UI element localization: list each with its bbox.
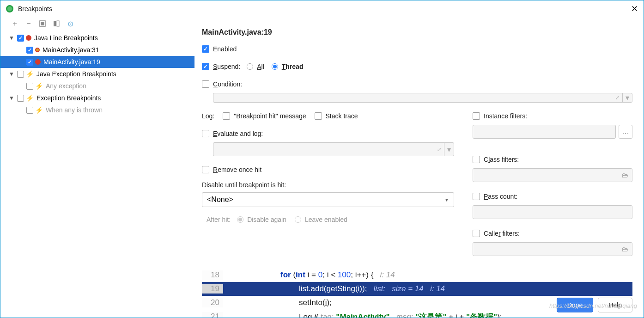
group-icon-3[interactable]: ⊙	[66, 19, 74, 28]
close-icon[interactable]: ✕	[631, 4, 638, 14]
eval-log-label: Evaluate and log:	[213, 130, 263, 137]
checkbox[interactable]	[17, 35, 24, 42]
checkbox[interactable]	[26, 59, 33, 66]
tree-group-java-exception[interactable]: ▼ ⚡ Java Exception Breakpoints	[0, 68, 194, 80]
tree-item-main31[interactable]: MainActivity.java:31	[0, 44, 194, 56]
expand-icon[interactable]: ⤢	[434, 147, 444, 153]
tree-label: Exception Breakpoints	[36, 94, 101, 102]
tree-item-main19[interactable]: MainActivity.java:19	[0, 56, 194, 68]
pass-count-label: Pass count:	[484, 193, 517, 200]
breakpoint-icon	[35, 59, 41, 65]
enabled-label: Enabled	[213, 45, 237, 53]
app-icon	[6, 5, 13, 12]
tree-group-exception[interactable]: ▼ ⚡ Exception Breakpoints	[0, 92, 194, 104]
titlebar: Breakpoints ✕	[0, 0, 644, 17]
folder-icon[interactable]: 🗁	[618, 171, 632, 179]
suspend-all-label: All	[257, 63, 264, 70]
tree-label: Java Exception Breakpoints	[36, 70, 116, 78]
suspend-thread-label: Thread	[282, 63, 304, 70]
stack-trace-checkbox[interactable]	[315, 112, 322, 120]
breakpoint-verified-icon	[226, 286, 231, 292]
enabled-checkbox[interactable]	[202, 45, 209, 53]
caller-filters-label: Caller filters:	[484, 230, 520, 237]
suspend-all-radio[interactable]	[247, 63, 253, 70]
checkbox[interactable]	[17, 71, 24, 78]
condition-label: Condition:	[213, 80, 242, 88]
class-filters-field[interactable]: 🗁	[473, 168, 632, 182]
remove-once-label: Remove once hit	[213, 166, 261, 173]
instance-filters-checkbox[interactable]	[473, 112, 480, 120]
chevron-down-icon[interactable]: ▼	[9, 71, 15, 77]
tree-label: Any exception	[46, 82, 86, 90]
disable-until-label: Disable until breakpoint is hit:	[202, 181, 454, 189]
dropdown-icon: ▼	[444, 197, 449, 202]
remove-button[interactable]: −	[24, 19, 33, 28]
log-label: Log:	[202, 112, 214, 120]
checkbox[interactable]	[26, 47, 33, 54]
disable-again-radio	[237, 216, 243, 223]
eval-log-field[interactable]: ⤢ ▾	[213, 142, 454, 156]
disable-again-label: Disable again	[247, 216, 286, 223]
chevron-down-icon[interactable]: ▼	[9, 95, 15, 101]
bp-hit-msg-label: "Breakpoint hit" message	[234, 112, 306, 120]
after-hit-label: After hit:	[207, 216, 231, 223]
tree-item-any-exception[interactable]: ⚡ Any exception	[0, 80, 194, 92]
dialog-footer: Done Help	[0, 293, 644, 318]
caller-filters-field[interactable]: 🗁	[473, 242, 632, 256]
select-value: <None>	[207, 196, 233, 204]
dropdown-icon[interactable]: ▾	[444, 143, 454, 156]
suspend-label: Suspend:	[213, 63, 240, 70]
class-filters-checkbox[interactable]	[473, 156, 480, 163]
tree-label: When any is thrown	[46, 106, 103, 114]
tree-label: MainActivity.java:19	[43, 58, 100, 66]
lightning-icon: ⚡	[35, 106, 43, 114]
class-filters-label: Class filters:	[484, 156, 519, 163]
breakpoint-icon	[26, 35, 31, 41]
lightning-icon: ⚡	[26, 94, 34, 102]
lightning-icon: ⚡	[35, 82, 43, 90]
eval-log-checkbox[interactable]	[202, 130, 209, 137]
leave-enabled-radio	[295, 216, 301, 223]
breakpoint-details-panel: MainActivity.java:19 Enabled Suspend: Al…	[194, 30, 644, 293]
chevron-down-icon[interactable]: ▼	[9, 35, 15, 41]
condition-checkbox[interactable]	[202, 80, 209, 88]
add-button[interactable]: ＋	[11, 19, 19, 28]
bp-hit-msg-checkbox[interactable]	[223, 112, 230, 120]
folder-icon[interactable]: 🗁	[618, 245, 632, 253]
pass-count-checkbox[interactable]	[473, 193, 480, 200]
checkbox[interactable]	[17, 95, 24, 102]
checkbox[interactable]	[26, 83, 33, 90]
instance-filters-more-button[interactable]: …	[619, 125, 632, 139]
group-icon-2[interactable]	[52, 19, 61, 28]
breakpoint-tree-panel: ▼ Java Line Breakpoints MainActivity.jav…	[0, 30, 194, 293]
breakpoint-verified-icon	[35, 48, 40, 52]
pass-count-field[interactable]	[473, 205, 632, 219]
expand-icon[interactable]: ⤢	[613, 95, 622, 101]
leave-enabled-label: Leave enabled	[305, 216, 347, 223]
tree-group-java-line[interactable]: ▼ Java Line Breakpoints	[0, 32, 194, 44]
stack-trace-label: Stack trace	[326, 112, 358, 120]
dropdown-icon[interactable]: ▾	[622, 93, 632, 102]
disable-until-select[interactable]: <None> ▼	[202, 192, 454, 207]
suspend-checkbox[interactable]	[202, 63, 209, 70]
tree-label: MainActivity.java:31	[43, 46, 99, 54]
window-title: Breakpoints	[18, 5, 52, 12]
suspend-thread-radio[interactable]	[272, 63, 278, 70]
remove-once-checkbox[interactable]	[202, 166, 209, 173]
code-line-18: 18 for (int i = 0; i < 100; i++) { i: 14	[202, 268, 632, 282]
svg-rect-1	[41, 22, 44, 25]
lightning-icon: ⚡	[26, 70, 34, 78]
group-icon-1[interactable]	[38, 19, 47, 28]
svg-rect-2	[54, 21, 56, 26]
instance-filters-field[interactable]	[473, 125, 616, 139]
checkbox[interactable]	[26, 107, 33, 114]
instance-filters-label: Instance filters:	[484, 112, 527, 120]
breakpoint-title: MainActivity.java:19	[202, 28, 632, 37]
condition-field[interactable]: ⤢ ▾	[213, 93, 632, 103]
svg-rect-3	[57, 21, 59, 26]
tree-item-when-any-thrown[interactable]: ⚡ When any is thrown	[0, 104, 194, 116]
tree-label: Java Line Breakpoints	[34, 34, 98, 42]
caller-filters-checkbox[interactable]	[473, 230, 480, 237]
watermark: https://blog.csdn.net/nawenqiang	[549, 302, 637, 309]
